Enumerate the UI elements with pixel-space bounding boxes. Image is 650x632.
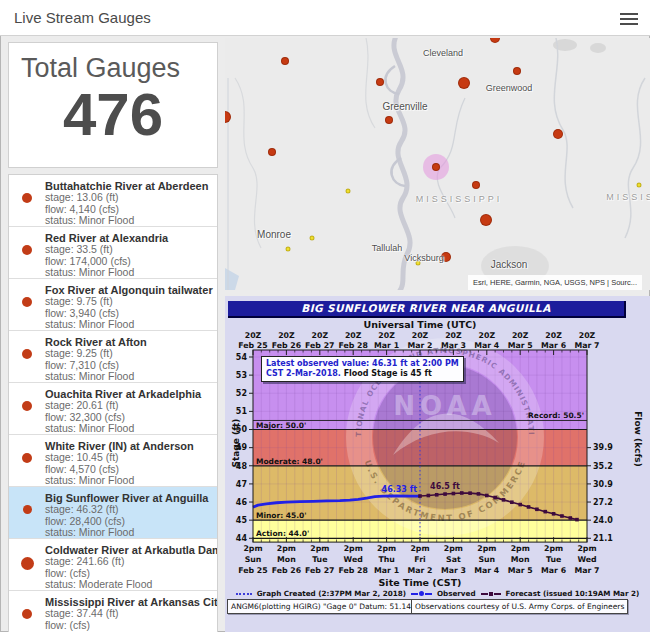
gauge-status-dot	[22, 245, 32, 255]
map-gauge-dot[interactable]	[281, 57, 289, 65]
map[interactable]: Esri, HERE, Garmin, NGA, USGS, NPS | Sou…	[225, 38, 650, 290]
map-gauge-dot[interactable]	[458, 77, 470, 89]
legend-forecast: Forecast (issued 10:19AM Mar 2)	[506, 589, 640, 598]
gauge-list-item[interactable]: Red River at Alexandriastage: 33.5 (ft)f…	[9, 227, 217, 279]
map-city-label: Greenville	[382, 101, 427, 112]
gauge-list-item[interactable]: Coldwater River at Arkabutla Damstage: 2…	[9, 539, 217, 591]
page-title: Live Stream Gauges	[14, 0, 151, 36]
svg-text:Sun: Sun	[478, 555, 495, 564]
map-city-label: Vicksburg	[404, 253, 443, 263]
gauge-stage: stage: 20.61 (ft)	[45, 400, 213, 412]
gauge-status-dot	[23, 505, 32, 514]
map-gauge-dot[interactable]	[472, 181, 480, 189]
gauge-status-dot	[22, 349, 32, 359]
observations-credit-box: Observations courtesy of U.S. Army Corps…	[411, 599, 628, 614]
svg-text:Mar 2: Mar 2	[407, 566, 432, 575]
total-gauges-card: Total Gauges 476	[8, 42, 218, 168]
svg-text:Mar 2: Mar 2	[407, 341, 432, 350]
svg-text:Mar 1: Mar 1	[374, 566, 399, 575]
map-city-label: Greenwood	[486, 83, 533, 93]
map-gauge-dot[interactable]	[637, 183, 642, 188]
map-gauge-dot[interactable]	[346, 189, 351, 194]
gauge-list-item[interactable]: Mississippi River at Arkansas Citystage:…	[9, 591, 217, 632]
gauge-stage: stage: 9.25 (ft)	[45, 348, 213, 360]
map-gauge-dot[interactable]	[432, 163, 440, 171]
svg-text:2pm: 2pm	[243, 544, 262, 553]
svg-text:47: 47	[236, 480, 247, 489]
graph-created-swatch	[236, 593, 252, 595]
gauge-status: status: Minor Flood	[45, 527, 213, 539]
hydrograph-panel: BIG SUNFLOWER RIVER NEAR ANGUILLA Univer…	[225, 296, 650, 632]
gauge-list-item[interactable]: Big Sunflower River at Anguillastage: 46…	[9, 487, 217, 539]
map-gauge-dot[interactable]	[553, 129, 563, 139]
svg-text:20Z: 20Z	[512, 331, 529, 340]
map-gauge-dot[interactable]	[513, 67, 521, 75]
gauge-list[interactable]: Buttahatchie River at Aberdeenstage: 13.…	[8, 174, 218, 632]
gauge-status-dot	[22, 297, 32, 307]
svg-text:Feb 26: Feb 26	[272, 341, 301, 350]
svg-text:44: 44	[236, 534, 248, 543]
annotation-line2-black: Flood Stage is 45 ft	[341, 369, 432, 378]
gauge-status: status: Minor Flood	[45, 371, 213, 383]
svg-text:24.0: 24.0	[593, 516, 613, 525]
svg-text:Major: 50.0': Major: 50.0'	[256, 421, 306, 430]
svg-text:52: 52	[236, 389, 247, 398]
svg-text:20Z: 20Z	[278, 331, 295, 340]
app-window: Live Stream Gauges Total Gauges 476 Butt…	[0, 0, 650, 632]
hamburger-menu-icon[interactable]	[620, 10, 638, 26]
svg-text:Sat: Sat	[446, 555, 461, 564]
chart-legend: Graph Created (2:37PM Mar 2, 2018) Obser…	[225, 589, 650, 598]
observed-value-label: 46.33 ft	[382, 485, 418, 494]
gauge-list-item[interactable]: Rock River at Aftonstage: 9.25 (ft)flow:…	[9, 331, 217, 383]
svg-text:27.2: 27.2	[593, 498, 613, 507]
svg-text:2pm: 2pm	[511, 544, 530, 553]
svg-text:Moderate: 48.0': Moderate: 48.0'	[256, 457, 323, 466]
annotation-line2-blue: CST 2-Mar-2018.	[266, 369, 341, 378]
chart-title: BIG SUNFLOWER RIVER NEAR ANGUILLA	[228, 301, 626, 318]
svg-text:Mar 3: Mar 3	[441, 341, 466, 350]
gage-datum-box: ANGM6(plotting HGIRG) "Gage 0" Datum: 51…	[227, 599, 418, 614]
gauge-list-item[interactable]: Ouachita River at Arkadelphiastage: 20.6…	[9, 383, 217, 435]
map-gauge-dot[interactable]	[385, 116, 393, 124]
svg-text:2pm: 2pm	[544, 544, 563, 553]
svg-text:2pm: 2pm	[477, 544, 496, 553]
app-header: Live Stream Gauges	[0, 0, 650, 36]
svg-text:53: 53	[236, 371, 247, 380]
map-gauge-dot[interactable]	[286, 247, 291, 252]
gauge-status-dot	[22, 193, 32, 203]
svg-text:2pm: 2pm	[444, 544, 463, 553]
total-gauges-value: 476	[9, 84, 217, 146]
svg-text:Feb 26: Feb 26	[272, 566, 301, 575]
gauge-list-item[interactable]: Fox River at Algonquin tailwaterstage: 9…	[9, 279, 217, 331]
svg-text:Feb 25: Feb 25	[238, 566, 267, 575]
svg-text:20Z: 20Z	[412, 331, 429, 340]
svg-text:Mar 5: Mar 5	[508, 341, 533, 350]
flow-axis-ticks: 39.935.230.927.224.021.1	[587, 443, 613, 543]
svg-text:20Z: 20Z	[312, 331, 329, 340]
right-axis-label: Flow (kcfs)	[633, 404, 643, 474]
annotation-line1: Latest observed value: 46.31 ft at 2:00 …	[266, 359, 459, 369]
svg-text:Mon: Mon	[511, 555, 530, 564]
svg-text:Mar 4: Mar 4	[474, 341, 500, 350]
map-gauge-dot[interactable]	[376, 78, 384, 86]
gauge-stage: stage: 37.44 (ft)	[45, 608, 213, 620]
map-gauge-dot[interactable]	[480, 214, 492, 226]
svg-text:Mar 4: Mar 4	[474, 566, 500, 575]
svg-text:Sun: Sun	[245, 555, 262, 564]
svg-text:Feb 28: Feb 28	[338, 341, 367, 350]
map-gauge-dot[interactable]	[310, 236, 315, 241]
svg-text:45: 45	[236, 516, 248, 525]
svg-text:Wed: Wed	[344, 555, 363, 564]
map-city-label: Monroe	[257, 229, 291, 240]
svg-text:Tue: Tue	[546, 555, 561, 564]
map-gauge-dot[interactable]	[268, 148, 276, 156]
latest-observed-annotation: Latest observed value: 46.31 ft at 2:00 …	[261, 356, 464, 382]
gauge-list-item[interactable]: Buttahatchie River at Aberdeenstage: 13.…	[9, 175, 217, 227]
gauge-status: status: Minor Flood	[45, 267, 213, 279]
gauge-status: status: Minor Flood	[45, 215, 213, 227]
svg-text:Feb 27: Feb 27	[305, 341, 334, 350]
svg-text:20Z: 20Z	[479, 331, 496, 340]
gauge-stage: stage: 241.66 (ft)	[45, 556, 213, 568]
svg-text:54: 54	[236, 353, 248, 362]
gauge-list-item[interactable]: White River (IN) at Andersonstage: 10.45…	[9, 435, 217, 487]
